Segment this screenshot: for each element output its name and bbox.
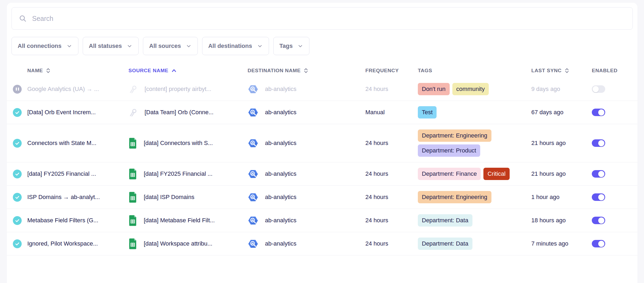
table-row[interactable]: Google Analytics (UA) → ... [content] pr…: [7, 78, 638, 101]
frequency: 24 hours: [365, 217, 418, 224]
connection-name: Connectors with State M...: [27, 140, 128, 147]
tag-chip: Department: Engineering: [418, 191, 491, 203]
tag-chip: community: [452, 83, 489, 95]
filter-label: All connections: [18, 43, 62, 49]
destination-name: ab-analytics: [265, 240, 296, 247]
table-row[interactable]: [data] FY2025 Financial ... [data] FY202…: [7, 162, 638, 186]
column-header-destination-name[interactable]: DESTINATION NAME: [248, 67, 365, 74]
frequency: Manual: [365, 109, 418, 116]
status-cell: [13, 193, 27, 202]
last-sync: 21 hours ago: [531, 170, 592, 177]
bigquery-icon: [248, 238, 259, 249]
enabled-toggle[interactable]: [592, 109, 605, 116]
connection-name: Ignored, Pilot Workspace...: [27, 240, 128, 247]
search-input[interactable]: [32, 14, 626, 23]
sort-icon: [46, 67, 51, 74]
status-cell: [13, 170, 27, 178]
tag-chip: Department: Finance: [418, 168, 481, 180]
column-header-name[interactable]: NAME: [27, 67, 128, 74]
source-name: [Data Team] Orb (Conne...: [145, 109, 214, 116]
success-status-icon: [13, 216, 22, 225]
column-label: SOURCE NAME: [128, 68, 168, 74]
bigquery-icon: [248, 138, 259, 149]
filter-connections[interactable]: All connections: [12, 37, 78, 55]
column-header-frequency: FREQUENCY: [365, 68, 418, 74]
bigquery-icon: [248, 169, 259, 179]
filter-tags[interactable]: Tags: [273, 37, 310, 55]
table-row[interactable]: Connectors with State M... [data] Connec…: [7, 124, 638, 162]
destination-name: ab-analytics: [265, 217, 296, 224]
filter-destinations[interactable]: All destinations: [202, 37, 269, 55]
table-row[interactable]: [Data] Orb Event Increm... [Data Team] O…: [7, 101, 638, 124]
filter-label: All statuses: [89, 43, 122, 49]
column-label: LAST SYNC: [531, 68, 562, 74]
column-label: FREQUENCY: [365, 68, 399, 74]
status-cell: [13, 139, 27, 148]
table-body: Google Analytics (UA) → ... [content] pr…: [7, 78, 638, 255]
tag-chip: Critical: [483, 168, 509, 180]
enabled-toggle[interactable]: [592, 139, 605, 147]
connector-placeholder-icon: [128, 84, 138, 94]
column-header-enabled: ENABLED: [592, 68, 638, 74]
frequency: 24 hours: [365, 240, 418, 247]
enabled-cell: [592, 217, 638, 224]
frequency: 24 hours: [365, 194, 418, 201]
connection-name: Metabase Field Filters (G...: [27, 217, 128, 224]
tag-list: Department: Data: [418, 214, 531, 227]
enabled-cell: [592, 170, 638, 178]
search-box[interactable]: [12, 7, 633, 30]
column-header-last-sync[interactable]: LAST SYNC: [531, 67, 592, 74]
enabled-cell: [592, 193, 638, 201]
column-label: DESTINATION NAME: [248, 68, 301, 74]
status-cell: [13, 85, 27, 94]
table-header: NAMESOURCE NAMEDESTINATION NAMEFREQUENCY…: [7, 64, 638, 78]
enabled-toggle[interactable]: [592, 85, 605, 93]
search-icon: [19, 14, 27, 22]
chevron-down-icon: [257, 43, 263, 49]
tag-chip: Don't run: [418, 83, 450, 95]
status-cell: [13, 239, 27, 248]
frequency: 24 hours: [365, 140, 418, 147]
filter-sources[interactable]: All sources: [143, 37, 198, 55]
table-row[interactable]: Metabase Field Filters (G... [data] Meta…: [7, 209, 638, 232]
enabled-cell: [592, 139, 638, 147]
column-label: NAME: [27, 68, 43, 74]
last-sync: 18 hours ago: [531, 217, 592, 224]
destination-name: ab-analytics: [265, 140, 296, 147]
destination-name: ab-analytics: [265, 109, 296, 116]
column-header-tags: TAGS: [418, 68, 531, 74]
google-sheets-icon: [128, 238, 137, 250]
filter-label: Tags: [279, 43, 293, 49]
tag-list: Department: EngineeringDepartment: Produ…: [418, 129, 531, 157]
table-row[interactable]: Ignored, Pilot Workspace... [data] Works…: [7, 232, 638, 255]
destination-name: ab-analytics: [265, 170, 296, 177]
enabled-toggle[interactable]: [592, 240, 605, 247]
enabled-cell: [592, 109, 638, 116]
column-label: TAGS: [418, 68, 432, 74]
column-header-source-name[interactable]: SOURCE NAME: [128, 68, 248, 74]
success-status-icon: [13, 108, 22, 117]
success-status-icon: [13, 193, 22, 202]
filter-statuses[interactable]: All statuses: [83, 37, 139, 55]
source-name: [data] Metabase Field Filt...: [144, 217, 215, 224]
tag-list: Department: Engineering: [418, 191, 531, 203]
destination-name: ab-analytics: [265, 194, 296, 201]
column-label: ENABLED: [592, 68, 618, 74]
frequency: 24 hours: [365, 170, 418, 177]
frequency: 24 hours: [365, 86, 418, 93]
tag-chip: Department: Data: [418, 214, 472, 227]
source-name: [data] Connectors with S...: [144, 140, 213, 147]
connection-name: Google Analytics (UA) → ...: [27, 86, 128, 93]
paused-status-icon: [13, 85, 22, 94]
filter-bar: All connections All statuses All sources…: [12, 37, 633, 55]
last-sync: 67 days ago: [531, 109, 592, 116]
enabled-toggle[interactable]: [592, 217, 605, 224]
enabled-toggle[interactable]: [592, 193, 605, 201]
destination-name: ab-analytics: [265, 86, 296, 93]
source-name: [data] ISP Domains: [144, 194, 194, 201]
chevron-down-icon: [186, 43, 192, 49]
filter-label: All destinations: [208, 43, 252, 49]
enabled-toggle[interactable]: [592, 170, 605, 178]
google-sheets-icon: [128, 168, 137, 180]
table-row[interactable]: ISP Domains → ab-analyt... [data] ISP Do…: [7, 186, 638, 209]
